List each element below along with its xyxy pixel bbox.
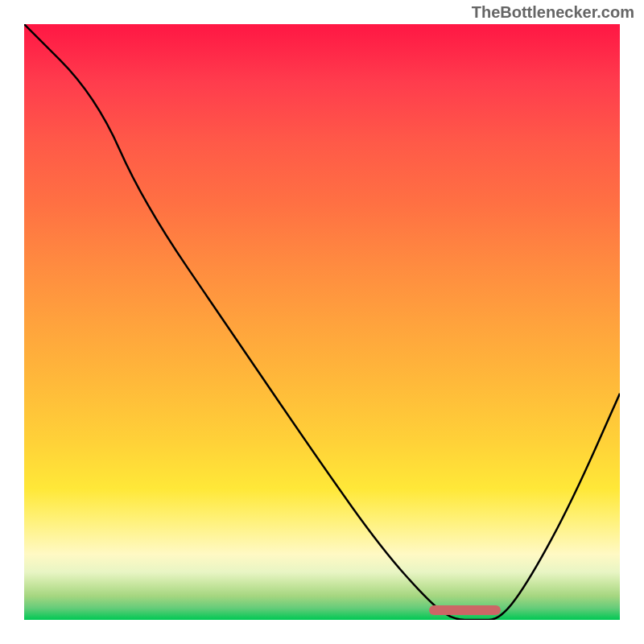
watermark-text: TheBottlenecker.com	[472, 3, 634, 22]
optimal-range-marker	[429, 605, 501, 615]
bottleneck-curve-path	[24, 24, 620, 620]
curve-svg	[24, 24, 620, 620]
plot-area	[24, 24, 620, 620]
chart-container: TheBottlenecker.com	[0, 0, 644, 644]
